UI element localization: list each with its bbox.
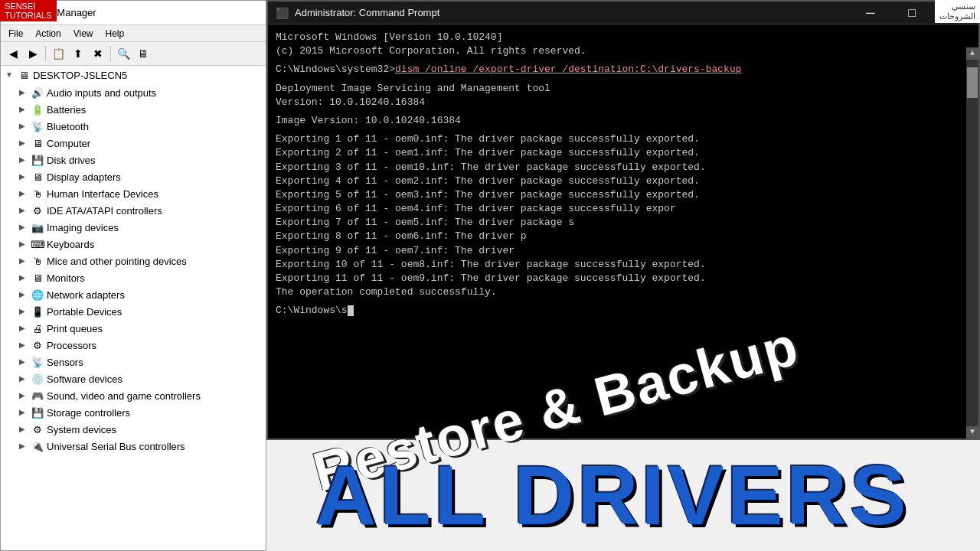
- tree-computer[interactable]: ▼ 🖥 DESKTOP-JSLECN5: [1, 66, 266, 84]
- item-label-11: Monitors: [47, 272, 85, 284]
- tree-item[interactable]: ▶ 📡 Sensors: [1, 354, 266, 370]
- monitor-button[interactable]: 🖥: [134, 44, 152, 63]
- tree-item[interactable]: ▶ 📱 Portable Devices: [1, 303, 266, 320]
- tree-item[interactable]: ▶ ⚙ Processors: [1, 337, 266, 354]
- tree-item[interactable]: ▶ ⌨ Keyboards: [1, 236, 266, 253]
- properties-button[interactable]: 📋: [49, 44, 67, 63]
- item-label-0: Audio inputs and outputs: [47, 87, 156, 99]
- uninstall-button[interactable]: ✖: [89, 44, 107, 63]
- computer-icon: 🖥: [18, 69, 30, 81]
- item-icon-10: 🖱: [31, 255, 44, 267]
- cmd-minimize-button[interactable]: ─: [853, 2, 888, 24]
- item-chevron: ▶: [19, 324, 28, 333]
- cursor: [348, 305, 354, 316]
- item-label-12: Network adapters: [47, 289, 125, 301]
- cmd-line: Version: 10.0.10240.16384: [276, 96, 971, 109]
- item-label-19: Storage controllers: [47, 407, 130, 419]
- menu-help[interactable]: Help: [101, 27, 129, 41]
- tree-item[interactable]: ▶ 🎮 Sound, video and game controllers: [1, 387, 266, 404]
- item-label-10: Mice and other pointing devices: [47, 256, 187, 267]
- tree-item[interactable]: ▶ 🖥 Display adapters: [1, 168, 266, 185]
- item-label-4: Disk drives: [47, 155, 96, 166]
- item-label-16: Sensors: [47, 357, 83, 368]
- watermark-sensei: SENSEITUTORIALS: [0, 0, 57, 21]
- tree-item[interactable]: ▶ 🖨 Print queues: [1, 320, 266, 337]
- item-chevron: ▶: [19, 374, 28, 383]
- cmd-line: Exporting 5 of 11 - oem3.inf: The driver…: [276, 188, 971, 202]
- cmd-line: Exporting 3 of 11 - oem10.inf: The drive…: [276, 161, 971, 174]
- cmd-title: Administrator: Command Prompt: [295, 7, 847, 18]
- dm-tree: ▼ 🖥 DESKTOP-JSLECN5 ▶ 🔊 Audio inputs and…: [1, 66, 266, 550]
- item-icon-18: 🎮: [31, 390, 44, 402]
- tree-item[interactable]: ▶ ⚙ System devices: [1, 421, 266, 438]
- item-label-21: Universal Serial Bus controllers: [47, 441, 185, 452]
- item-icon-11: 🖥: [31, 272, 44, 284]
- item-icon-19: 💾: [31, 406, 44, 419]
- back-button[interactable]: ◀: [4, 44, 22, 63]
- tree-item[interactable]: ▶ 🖱 Human Interface Devices: [1, 185, 266, 202]
- menu-view[interactable]: View: [69, 27, 98, 41]
- tree-item[interactable]: ▶ 🖱 Mice and other pointing devices: [1, 253, 266, 269]
- tree-item[interactable]: ▶ 🖥 Monitors: [1, 269, 266, 286]
- tree-item[interactable]: ▶ 🌐 Network adapters: [1, 286, 266, 303]
- item-icon-4: 💾: [31, 154, 44, 166]
- cmd-titlebar: ⬛ Administrator: Command Prompt ─ □ ✕: [268, 2, 978, 24]
- scroll-down[interactable]: ▼: [966, 426, 978, 439]
- item-chevron: ▶: [19, 391, 28, 400]
- item-label-15: Processors: [47, 340, 96, 351]
- cmd-line: Exporting 8 of 11 - oem6.inf: The driver…: [276, 230, 971, 243]
- item-label-3: Computer: [47, 138, 90, 149]
- item-icon-6: 🖱: [31, 187, 44, 200]
- item-chevron: ▶: [19, 408, 28, 417]
- update-driver-button[interactable]: ⬆: [69, 44, 87, 63]
- item-chevron: ▶: [19, 223, 28, 232]
- computer-label: DESKTOP-JSLECN5: [33, 70, 127, 81]
- item-icon-20: ⚙: [31, 423, 44, 435]
- cmd-scrollbar[interactable]: ▲ ▼: [966, 47, 978, 439]
- tree-item[interactable]: ▶ 🔊 Audio inputs and outputs: [1, 84, 266, 101]
- item-chevron: ▶: [19, 240, 28, 249]
- cmd-line: (c) 2015 Microsoft Corporation. All righ…: [276, 44, 971, 58]
- item-icon-9: ⌨: [31, 238, 44, 250]
- tree-item[interactable]: ▶ 💿 Software devices: [1, 370, 266, 387]
- item-label-18: Sound, video and game controllers: [47, 390, 201, 402]
- tree-items-container: ▶ 🔊 Audio inputs and outputs ▶ 🔋 Batteri…: [1, 84, 266, 455]
- dm-menubar: File Action View Help: [1, 25, 266, 42]
- item-chevron: ▶: [19, 307, 28, 316]
- computer-chevron: ▼: [5, 70, 15, 80]
- menu-action[interactable]: Action: [31, 27, 65, 41]
- tree-item[interactable]: ▶ 🔋 Batteries: [1, 101, 266, 118]
- cmd-maximize-button[interactable]: □: [894, 2, 929, 24]
- separator-2: [110, 46, 111, 61]
- item-label-7: IDE ATA/ATAPI controllers: [47, 205, 162, 217]
- tree-item[interactable]: ▶ 🖥 Computer: [1, 135, 266, 152]
- item-chevron: ▶: [19, 88, 28, 97]
- menu-file[interactable]: File: [4, 27, 28, 41]
- forward-button[interactable]: ▶: [24, 44, 42, 63]
- tree-item[interactable]: ▶ 📷 Imaging devices: [1, 219, 266, 236]
- item-chevron: ▶: [19, 341, 28, 350]
- item-icon-2: 📡: [31, 120, 44, 132]
- item-label-8: Imaging devices: [47, 222, 119, 233]
- scan-button[interactable]: 🔍: [114, 44, 132, 63]
- item-chevron: ▶: [19, 189, 28, 198]
- scroll-up[interactable]: ▲: [966, 47, 978, 60]
- item-chevron: ▶: [19, 425, 28, 434]
- cmd-line: Image Version: 10.0.10240.16384: [276, 114, 971, 128]
- cmd-line: Exporting 9 of 11 - oem7.inf: The driver: [276, 244, 971, 258]
- cmd-line: C:\Windows\s: [276, 304, 971, 318]
- cmd-icon: ⬛: [276, 7, 289, 19]
- item-chevron: ▶: [19, 290, 28, 299]
- tree-item[interactable]: ▶ 🔌 Universal Serial Bus controllers: [1, 438, 266, 455]
- scroll-thumb[interactable]: [967, 67, 978, 98]
- item-icon-14: 🖨: [31, 322, 44, 334]
- item-label-5: Display adapters: [47, 171, 121, 183]
- tree-item[interactable]: ▶ 💾 Storage controllers: [1, 404, 266, 421]
- tree-item[interactable]: ▶ ⚙ IDE ATA/ATAPI controllers: [1, 202, 266, 219]
- tree-item[interactable]: ▶ 💾 Disk drives: [1, 152, 266, 168]
- cmd-line: Exporting 11 of 11 - oem9.inf: The drive…: [276, 272, 971, 285]
- item-chevron: ▶: [19, 206, 28, 215]
- item-chevron: ▶: [19, 122, 28, 131]
- tree-item[interactable]: ▶ 📡 Bluetooth: [1, 118, 266, 135]
- item-icon-15: ⚙: [31, 339, 44, 351]
